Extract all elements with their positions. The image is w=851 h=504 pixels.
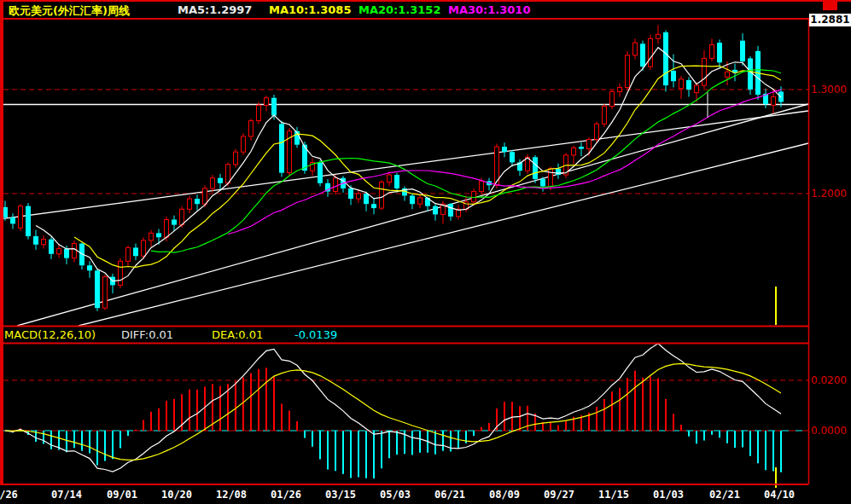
candle-body-down (156, 233, 161, 237)
candle-body-down (640, 43, 645, 67)
date-tick: 10/20 (149, 489, 204, 501)
candle-body-down (271, 98, 277, 116)
ma30-line (228, 90, 781, 234)
candle-body-down (348, 188, 353, 199)
macd-dea-label: DEA:0.01 (212, 328, 263, 341)
candle-body-down (218, 178, 223, 183)
candle-body-down (133, 247, 138, 256)
candle-body-down (556, 169, 561, 175)
candle-body-down (671, 71, 676, 81)
date-tick: 03/15 (313, 489, 368, 501)
candle-body-up (656, 34, 661, 38)
candle-body-up (595, 124, 599, 139)
ma10-value-label: MA10:1.3085 (269, 3, 351, 16)
trendline (0, 111, 808, 219)
date-tick: 07/14 (39, 489, 94, 501)
main-price-panel (0, 25, 808, 326)
candle-body-up (57, 249, 61, 254)
date-tick: 09/01 (95, 489, 149, 501)
candle-body-down (448, 204, 453, 217)
candle-body-down (540, 179, 545, 187)
candle-body-up (587, 140, 592, 149)
candle-body-up (610, 91, 615, 106)
candle-body-up (249, 121, 254, 136)
candle-body-down (579, 147, 584, 148)
dea-line (5, 363, 781, 460)
date-tick: 01/03 (641, 489, 696, 501)
candle-body-down (26, 206, 31, 236)
date-tick: 05/03 (368, 489, 423, 501)
candle-body-down (686, 80, 691, 90)
candle-body-up (418, 198, 423, 204)
window-control-button[interactable] (823, 1, 837, 10)
date-tick: 04/10 (752, 489, 807, 501)
chart-canvas[interactable] (0, 0, 851, 504)
macd-indicator-label: MACD(12,26,10) (4, 328, 96, 341)
macd-histogram (5, 368, 781, 478)
candle-body-up (226, 165, 230, 183)
candle-body-up (572, 148, 576, 155)
candle-body-up (188, 199, 192, 209)
candle-body-down (371, 204, 376, 208)
price-axis-label: 1.2000 (811, 188, 847, 200)
candle-body-down (33, 236, 38, 245)
date-tick: 02/21 (697, 489, 752, 501)
candle-body-up (103, 277, 108, 309)
candle-body-down (533, 157, 538, 179)
candle-body-down (195, 199, 200, 204)
candle-body-up (142, 240, 146, 256)
ma30-value-label: MA30:1.3010 (448, 3, 530, 16)
candle-body-down (740, 41, 745, 61)
candle-body-up (472, 192, 476, 202)
candle-body-down (748, 58, 753, 90)
date-tick: 11/15 (586, 489, 641, 501)
candle-body-down (318, 162, 323, 182)
candle-body-down (433, 206, 438, 215)
macd-axis-label: 0.0000 (811, 425, 847, 437)
macd-axis-label: 0.0200 (811, 374, 847, 386)
ma10-line (74, 66, 781, 267)
macd-value-label: -0.0139 (294, 328, 337, 341)
candle-body-up (679, 79, 684, 89)
candle-body-up (234, 152, 238, 165)
candle-body-up (265, 98, 269, 106)
date-tick: /26 (0, 489, 36, 501)
candle-body-down (663, 32, 668, 85)
date-tick: 12/08 (204, 489, 259, 501)
candle-body-up (42, 240, 46, 245)
candle-body-up (710, 45, 714, 59)
candle-body-up (19, 206, 23, 229)
candle-body-up (149, 233, 154, 240)
date-tick: 01/26 (259, 489, 313, 501)
candle-body-down (172, 220, 177, 225)
candle-body-up (119, 261, 123, 285)
candle-body-down (95, 270, 100, 308)
candle-body-up (649, 38, 653, 67)
ma20-value-label: MA20:1.3152 (358, 3, 440, 16)
candle-body-up (702, 58, 707, 85)
macd-diff-label: DIFF:0.01 (121, 328, 173, 341)
candle-body-down (394, 175, 399, 188)
candle-body-up (695, 85, 699, 93)
last-price-tag: 1.2881 (809, 14, 851, 26)
date-tick: 09/27 (532, 489, 586, 501)
candle-body-up (726, 72, 730, 77)
candle-body-up (334, 178, 338, 192)
candle-body-up (211, 178, 215, 188)
candle-body-up (772, 97, 776, 106)
candle-body-up (357, 194, 361, 199)
date-tick: 08/09 (477, 489, 532, 501)
chart-app-window: 欧元美元(外汇汇率)周线 MA5:1.2997 MA10:1.3085 MA20… (0, 0, 851, 504)
candle-body-up (165, 220, 169, 238)
candle-body-up (388, 175, 392, 182)
candle-body-up (203, 188, 207, 204)
candle-body-down (10, 217, 15, 223)
macd-panel (3, 344, 808, 478)
candle-body-down (364, 194, 369, 204)
trendline (17, 104, 808, 326)
candle-body-down (87, 265, 92, 270)
diff-line (5, 344, 781, 472)
ma5-value-label: MA5:1.2997 (178, 3, 252, 16)
candle-body-down (502, 147, 507, 152)
candle-body-up (618, 88, 622, 92)
